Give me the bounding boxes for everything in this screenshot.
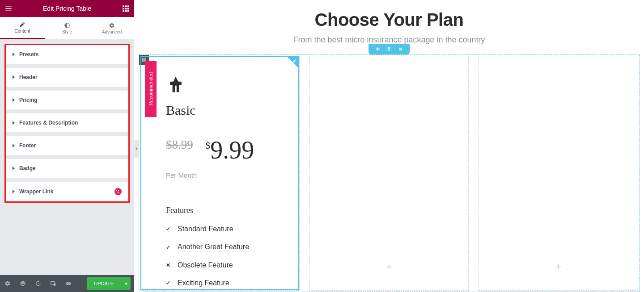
column-1[interactable]: Recommended Basic $8.99 $ 9.99 Per Month… (140, 56, 300, 291)
tab-content-label: Content (14, 29, 30, 33)
section-columns: Recommended Basic $8.99 $ 9.99 Per Month… (139, 54, 640, 292)
responsive-button[interactable] (46, 275, 61, 292)
update-button[interactable]: UPDATE (87, 277, 121, 290)
editor-tabs: Content Style Advanced (0, 17, 134, 39)
price-row: $8.99 $ 9.99 (166, 136, 274, 164)
feature-text: Another Great Feature (178, 243, 249, 251)
sidebar-header: Edit Pricing Table (0, 0, 134, 17)
svg-rect-4 (125, 8, 127, 10)
section-features[interactable]: Features & Description (6, 113, 128, 132)
sidebar-title: Edit Pricing Table (43, 5, 91, 12)
navigator-button[interactable] (15, 275, 30, 292)
section-label: Badge (19, 165, 36, 171)
currency-symbol: $ (206, 140, 211, 151)
section-wrapper-link[interactable]: Wrapper Link (6, 181, 128, 201)
recommended-ribbon: Recommended (145, 61, 157, 117)
section-toolbar[interactable] (369, 44, 410, 54)
tab-content[interactable]: Content (0, 17, 45, 39)
add-widget-button[interactable]: + (555, 261, 561, 273)
tab-advanced-label: Advanced (102, 29, 122, 34)
contrast-icon (64, 22, 70, 29)
column-2[interactable]: + (309, 56, 469, 291)
plan-icon (166, 75, 274, 96)
features-list: ✓Standard Feature✓Another Great Feature✕… (166, 225, 274, 287)
content-sections: Presets Header Pricing Features & Descri… (4, 44, 130, 203)
svg-rect-3 (123, 8, 124, 10)
billing-period: Per Month (166, 171, 274, 179)
section-label: Wrapper Link (19, 188, 53, 195)
check-icon: ✓ (166, 226, 171, 232)
feature-item: ✓Another Great Feature (166, 243, 274, 251)
feature-item: ✓Standard Feature (166, 225, 274, 233)
edit-widget-button[interactable] (288, 57, 298, 68)
section-footer[interactable]: Footer (6, 136, 128, 155)
section-pricing[interactable]: Pricing (6, 90, 128, 109)
caret-icon (13, 98, 15, 102)
column-3[interactable]: + (479, 56, 638, 291)
svg-point-9 (114, 188, 122, 195)
svg-rect-6 (123, 10, 124, 12)
svg-rect-8 (127, 10, 129, 12)
settings-button[interactable] (0, 275, 15, 292)
tab-style-label: Style (62, 29, 72, 34)
feature-text: Obsolete Feature (178, 261, 233, 269)
svg-rect-5 (127, 8, 129, 10)
section-badge[interactable]: Badge (6, 159, 128, 178)
add-widget-button[interactable]: + (386, 261, 392, 273)
delete-section-icon[interactable] (398, 46, 402, 52)
preview-button[interactable] (61, 275, 76, 292)
section-presets[interactable]: Presets (6, 45, 128, 64)
svg-rect-7 (125, 10, 127, 12)
sidebar-footer: UPDATE (0, 275, 134, 292)
caret-icon (13, 53, 15, 56)
pro-badge-icon (114, 188, 122, 195)
gear-icon (109, 22, 115, 29)
cross-icon: ✕ (166, 262, 171, 268)
features-heading: Features (166, 206, 274, 215)
page-title: Choose Your Plan (134, 10, 644, 30)
history-button[interactable] (30, 275, 46, 292)
add-section-icon[interactable] (376, 46, 380, 52)
svg-rect-1 (125, 5, 127, 7)
section-label: Header (19, 74, 38, 80)
section-label: Footer (19, 142, 36, 149)
svg-rect-2 (127, 5, 129, 7)
section-header[interactable]: Header (6, 67, 128, 87)
check-icon: ✓ (166, 280, 171, 286)
svg-rect-0 (123, 5, 124, 7)
caret-icon (13, 190, 15, 193)
price-value: 9.99 (210, 136, 254, 164)
ribbon-label: Recommended (148, 72, 153, 106)
section-label: Presets (19, 51, 38, 58)
svg-rect-11 (54, 283, 55, 286)
caret-icon (13, 144, 15, 147)
pricing-table-widget[interactable]: Recommended Basic $8.99 $ 9.99 Per Month… (140, 56, 299, 290)
pencil-icon (19, 21, 25, 28)
menu-icon[interactable] (4, 4, 13, 13)
feature-text: Exciting Feature (178, 279, 229, 287)
page-subtitle: From the best micro insurance package in… (134, 35, 644, 45)
caret-icon (13, 167, 15, 170)
tab-advanced[interactable]: Advanced (89, 17, 134, 39)
current-price: $ 9.99 (206, 136, 254, 164)
caret-icon (13, 121, 15, 125)
edit-section-icon[interactable] (387, 46, 391, 52)
editor-sidebar: Edit Pricing Table Content Style Advance… (0, 0, 134, 292)
editor-canvas: Choose Your Plan From the best micro ins… (134, 0, 644, 292)
feature-item: ✕Obsolete Feature (166, 261, 274, 269)
check-icon: ✓ (166, 244, 171, 250)
old-price: $8.99 (166, 138, 193, 152)
collapse-sidebar-button[interactable] (134, 140, 139, 158)
feature-text: Standard Feature (178, 225, 233, 233)
section-label: Features & Description (19, 120, 78, 126)
feature-item: ✓Exciting Feature (166, 279, 274, 287)
section-label: Pricing (19, 97, 38, 103)
tab-style[interactable]: Style (45, 17, 89, 39)
caret-icon (13, 75, 15, 79)
update-options-button[interactable] (121, 277, 131, 290)
plan-title: Basic (166, 103, 274, 118)
apps-icon[interactable] (122, 4, 130, 13)
